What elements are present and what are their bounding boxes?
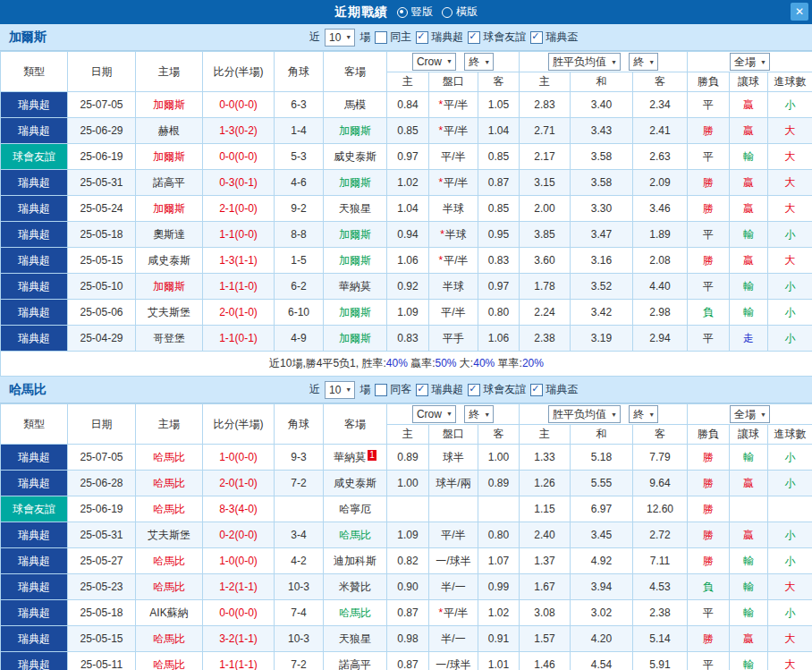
- odds-home: 0.87: [387, 600, 429, 626]
- avg-away: 1.89: [633, 222, 688, 248]
- result-handicap: 贏: [730, 248, 768, 274]
- result-goals: 小: [768, 300, 812, 326]
- final-odds-select[interactable]: 終▼: [464, 405, 494, 423]
- match-date: 25-05-15: [68, 626, 136, 652]
- match-score: 1-2(1-1): [203, 574, 275, 600]
- same-home-checkbox[interactable]: 同主: [375, 30, 411, 45]
- avg-home: 3.60: [520, 248, 571, 274]
- league-badge: 瑞典超: [1, 626, 68, 652]
- header-controls: 近 10▼ 場 同客 瑞典超 球會友誼 瑞典盃: [309, 381, 578, 399]
- away-team: 華納莫1: [324, 445, 387, 471]
- corner-count: 10-3: [275, 574, 324, 600]
- away-team: 馬模: [324, 92, 387, 118]
- results-table: 類型 日期 主場 比分(半場) 角球 客場 Crow▼ 終▼ 胜平负均值▼ 終▼…: [0, 51, 812, 377]
- league-badge: 瑞典超: [1, 574, 68, 600]
- match-row: 瑞典超25-05-18奧斯達1-1(0-0)8-8加爾斯0.94*半球0.953…: [1, 222, 812, 248]
- league-checkbox-swedish-cup[interactable]: 瑞典盃: [530, 382, 578, 397]
- final-odds-select[interactable]: 終▼: [464, 53, 494, 71]
- summary-part: 贏率:: [408, 357, 436, 369]
- result-wdl: 平: [688, 144, 730, 170]
- odds-handicap: *平/半: [429, 92, 478, 118]
- final-avg-select[interactable]: 終▼: [629, 405, 658, 423]
- result-handicap: 輸: [730, 144, 768, 170]
- match-date: 25-06-19: [68, 496, 136, 522]
- league-badge: 瑞典超: [1, 196, 68, 222]
- league-checkbox-swedish-super[interactable]: 瑞典超: [416, 382, 463, 397]
- league-checkbox-swedish-cup[interactable]: 瑞典盃: [530, 30, 578, 45]
- away-team: 天狼星: [324, 626, 387, 652]
- result-wdl: 平: [688, 222, 730, 248]
- home-team-name: 哥登堡: [153, 332, 185, 344]
- result-handicap: 輸: [730, 600, 768, 626]
- avg-home: 2.71: [520, 118, 571, 144]
- summary-part: 大:: [457, 357, 474, 369]
- company-select[interactable]: Crow▼: [412, 53, 456, 71]
- away-team: 咸史泰斯: [324, 471, 387, 496]
- home-team: 諾高平: [136, 170, 203, 196]
- col-odds-away: 客: [478, 425, 520, 445]
- odds-handicap: 半/一: [429, 626, 478, 652]
- summary-part: 40%: [386, 357, 408, 369]
- away-team-name: 加爾斯: [339, 254, 371, 267]
- odds-home: 0.94: [387, 222, 429, 248]
- layout-radio-horizontal[interactable]: 橫版: [442, 4, 478, 20]
- match-row: 瑞典超25-06-29赫根1-3(0-2)1-4加爾斯0.85*平/半1.042…: [1, 118, 812, 144]
- odds-away: 1.05: [478, 92, 520, 118]
- result-goals: 小: [768, 548, 812, 574]
- layout-radio-vertical[interactable]: 豎版: [397, 4, 433, 20]
- odds-home: 0.97: [387, 144, 429, 170]
- odds-home: 0.90: [387, 574, 429, 600]
- league-checkbox-club-friendly[interactable]: 球會友誼: [468, 30, 526, 45]
- avg-select[interactable]: 胜平负均值▼: [548, 405, 621, 423]
- avg-select[interactable]: 胜平负均值▼: [548, 53, 621, 71]
- result-goals: 大: [768, 196, 812, 222]
- match-score: 0-0(0-0): [203, 600, 275, 626]
- home-team-name: 哈馬比: [153, 658, 185, 670]
- scope-select[interactable]: 全場▼: [730, 53, 770, 71]
- home-team: 加爾斯: [136, 92, 203, 118]
- odds-away: 0.91: [478, 626, 520, 652]
- odds-handicap: *平/半: [429, 248, 478, 274]
- final-avg-select[interactable]: 終▼: [629, 53, 658, 71]
- avg-away: 2.34: [633, 92, 688, 118]
- avg-home: 1.46: [520, 652, 571, 670]
- odds-home: 1.04: [387, 196, 429, 222]
- result-goals: 大: [768, 248, 812, 274]
- league-checkbox-club-friendly[interactable]: 球會友誼: [468, 382, 526, 397]
- chevron-down-icon: ▼: [760, 411, 766, 418]
- home-team-name: 哈馬比: [153, 477, 185, 489]
- league-checkbox-swedish-super[interactable]: 瑞典超: [416, 30, 463, 45]
- away-team-name: 華納莫: [339, 280, 371, 293]
- col-odds-home: 主: [387, 72, 429, 92]
- home-team: 赫根: [136, 118, 203, 144]
- away-team: 哈馬比: [324, 522, 387, 548]
- league-badge: 瑞典超: [1, 471, 68, 496]
- odds-handicap: 球半: [429, 445, 478, 471]
- result-goals: 大: [768, 574, 812, 600]
- match-count-select[interactable]: 10▼: [325, 29, 355, 47]
- avg-home: 2.17: [520, 144, 571, 170]
- away-team: 諾高平: [324, 652, 387, 670]
- avg-draw: 5.18: [571, 445, 633, 471]
- avg-draw: 5.55: [571, 471, 633, 496]
- col-home: 主場: [136, 404, 203, 445]
- result-wdl: 平: [688, 326, 730, 352]
- home-team-name: 哈馬比: [153, 503, 185, 515]
- close-icon[interactable]: ✕: [791, 3, 808, 21]
- avg-draw: 3.42: [571, 300, 633, 326]
- odds-handicap: 半/一: [429, 574, 478, 600]
- same-away-checkbox[interactable]: 同客: [375, 382, 411, 397]
- chevron-down-icon: ▼: [611, 411, 617, 418]
- avg-home: 1.15: [520, 496, 571, 522]
- match-date: 25-07-05: [68, 445, 136, 471]
- match-count-select[interactable]: 10▼: [325, 381, 355, 399]
- home-team: 哈馬比: [136, 574, 203, 600]
- summary-part: 近10場,勝4平5负1, 胜率:: [269, 357, 386, 369]
- scope-select[interactable]: 全場▼: [730, 405, 770, 423]
- title-group: 近期戰績 豎版 橫版: [334, 4, 478, 21]
- away-team: 哈寧厄: [324, 496, 387, 522]
- record-summary: 近10場,勝4平5负1, 胜率:40% 贏率:50% 大:40% 單率:20%: [1, 352, 812, 377]
- company-select[interactable]: Crow▼: [412, 405, 456, 423]
- corner-count: 9-2: [275, 196, 324, 222]
- league-badge: 瑞典超: [1, 326, 68, 352]
